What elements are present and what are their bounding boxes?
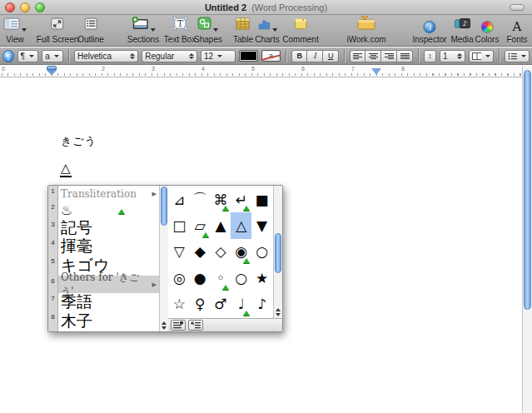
symbol-cell[interactable]: ↵ [231,187,251,212]
candidate-row[interactable]: 7 季語 [48,293,159,311]
line-spacing-icon: ↕ [428,52,432,60]
scrollbar-thumb[interactable] [161,187,167,226]
candidate-row[interactable]: 3 記号 [48,219,159,237]
colors-button[interactable]: Colors [475,17,500,44]
collapse-view-button[interactable] [188,320,203,331]
list-view-button[interactable] [171,320,186,331]
zoom-button[interactable] [35,2,45,12]
scrollbar-steppers[interactable] [274,308,282,316]
table-button[interactable]: Table [233,17,253,44]
symbol-cell[interactable]: ⌒ [190,187,211,212]
align-center-button[interactable] [365,50,381,62]
text-background-well[interactable]: a [261,50,281,62]
symbol-cell[interactable]: ◉ [231,239,251,265]
scrollbar-steppers[interactable] [160,321,168,330]
character-style-dropdown[interactable]: a [42,50,63,62]
scroll-down-icon[interactable] [162,326,167,330]
symbol-cell[interactable]: ★ [251,265,272,291]
scroll-up-icon[interactable] [162,321,167,325]
scroll-up-icon[interactable] [276,308,281,311]
chevron-down-icon [22,28,27,32]
symbol-cell[interactable]: ☆ [169,291,190,317]
candidate-row[interactable]: 4 揮毫 [48,237,159,256]
symbol-cell[interactable]: □ [169,212,190,238]
toolbar-toggle-lozenge[interactable] [510,4,525,11]
line-spacing-stepper[interactable]: 1 [440,50,465,62]
iwork-button[interactable]: iWork.com [346,17,385,44]
media-button[interactable]: ♪ Media [450,17,473,44]
charts-button[interactable]: Charts [255,17,279,44]
candidate-row[interactable]: 8 木子 [48,311,159,331]
minimize-button[interactable] [20,2,30,12]
symbol-cell[interactable]: ○ [231,265,251,291]
view-button[interactable]: View [3,17,27,44]
align-right-icon [385,53,394,59]
list-view-icon [173,321,183,329]
text-color-well[interactable] [239,50,258,62]
scrollbar-thumb[interactable] [524,70,531,310]
annotation-marker-icon [118,209,125,214]
italic-button[interactable]: I [307,50,323,62]
styles-drawer-button[interactable]: ¶ [2,50,14,62]
line-spacing-icon-button[interactable]: ↕ [424,50,436,62]
sections-button[interactable]: Sections [127,17,159,44]
symbol-cell[interactable]: ◆ [190,239,211,265]
table-icon [236,17,251,33]
symbol-cell[interactable]: ♂ [211,291,231,317]
scrollbar-thumb[interactable] [275,233,281,273]
candidate-number: 5 [48,256,58,276]
left-indent-marker[interactable] [47,66,57,76]
symbol-grid-scrollbar[interactable] [273,186,282,318]
inspector-button[interactable]: i Inspector [412,17,446,44]
typeface-popup[interactable]: Regular [142,50,197,62]
list-style-dropdown[interactable] [505,50,530,62]
symbol-cell[interactable]: ◦ [211,265,231,291]
close-button[interactable] [5,2,15,12]
symbol-cell[interactable]: ▲ [211,212,231,238]
symbol-cell[interactable]: ⌘ [211,187,231,212]
candidate-row[interactable]: 2 ♨ [48,202,159,219]
candidate-number: 4 [48,237,58,256]
chevron-down-icon [485,55,490,57]
symbol-cell[interactable]: ○ [251,239,272,265]
symbol-cell[interactable]: ⊿ [169,187,190,212]
comment-button[interactable]: Comment [282,17,318,44]
fonts-button[interactable]: A Fonts [506,17,527,44]
paragraph-style-dropdown[interactable]: ¶ [17,50,39,62]
shapes-button[interactable]: Shapes [194,17,222,44]
symbol-cell[interactable]: ▱ [190,212,211,238]
font-size-combo[interactable]: 12 [201,50,236,62]
bold-button[interactable]: B [291,50,307,62]
columns-dropdown[interactable] [469,50,494,62]
candidate-list-scrollbar[interactable] [159,186,168,331]
stepper-icon [457,53,462,59]
candidate-row-transliteration[interactable]: 1 Transliteration ▶ [48,186,159,202]
symbol-cell[interactable]: ♪ [251,291,272,317]
document-canvas[interactable]: きごう △ 1 Transliteration ▶ 2 ♨ 3 記号 4 揮毫 [0,77,522,413]
scroll-down-icon[interactable] [276,313,281,316]
symbol-cell[interactable]: ♩ [231,291,251,317]
align-center-icon [369,53,378,59]
align-right-button[interactable] [381,50,397,62]
candidate-row-others[interactable]: 6 Others for 'きごう' ▶ [48,276,159,293]
symbol-cell[interactable]: ◇ [211,239,231,265]
symbol-cell-selected[interactable]: △ [231,212,251,238]
text-box-button[interactable]: T Text Box [164,17,196,44]
symbol-cell[interactable]: ● [190,265,211,291]
symbol-cell[interactable]: ■ [251,187,272,212]
full-screen-button[interactable]: Full Screen [37,17,79,44]
toolbar: View Full Screen Outline Sections T Text… [0,15,532,47]
document-scrollbar[interactable] [522,66,532,413]
underline-button[interactable]: U [323,50,339,62]
align-left-button[interactable] [350,50,365,62]
outline-button[interactable]: Outline [77,17,104,44]
right-indent-marker[interactable] [371,68,381,75]
alignment-group [350,50,413,62]
symbol-cell[interactable]: ♀ [190,291,211,317]
symbol-cell[interactable]: ◎ [169,265,190,291]
symbol-cell[interactable]: ▽ [169,239,190,265]
symbol-cell[interactable]: ▼ [251,212,272,238]
align-justify-button[interactable] [397,50,413,62]
font-family-popup[interactable]: Helvetica [74,50,138,62]
submenu-arrow-icon: ▶ [152,191,157,197]
